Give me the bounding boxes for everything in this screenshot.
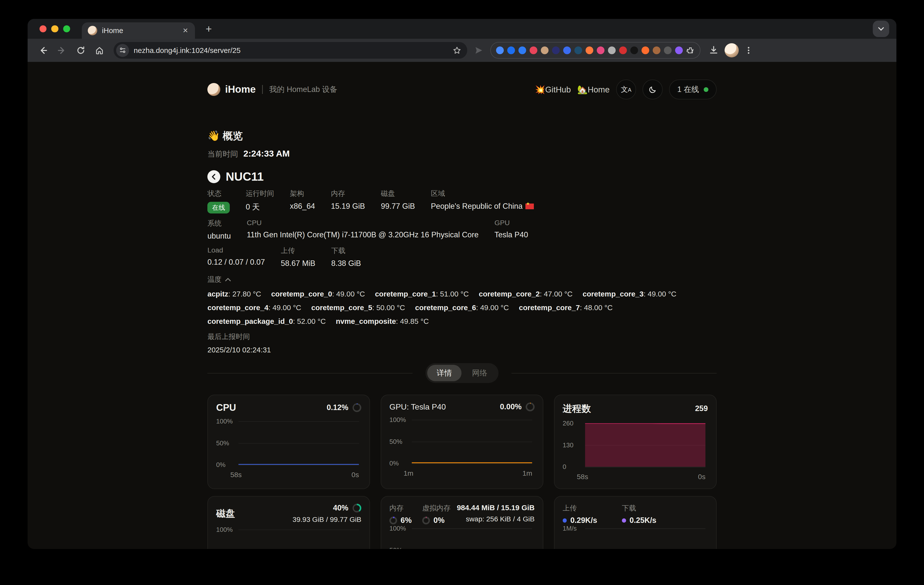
tab-close-icon[interactable]: × xyxy=(182,26,189,35)
site-name[interactable]: iHome xyxy=(225,84,256,95)
gpu-usage-value: 0.00% xyxy=(500,402,521,411)
home-button[interactable] xyxy=(91,42,108,58)
pinwheel-extension-icon[interactable] xyxy=(675,46,683,54)
back-button[interactable] xyxy=(35,42,51,58)
traffic-light[interactable] xyxy=(51,25,58,32)
doc-lock-extension-icon[interactable] xyxy=(563,46,571,54)
region-value: People's Republic of China xyxy=(431,202,523,211)
site-settings-button[interactable] xyxy=(116,44,129,57)
y-tick: 50% xyxy=(389,547,402,549)
field-label: 下载 xyxy=(331,246,361,255)
memory-label: 内存 xyxy=(389,504,412,513)
server-details-row-1: 状态在线 运行时间0 天 架构x86_64 内存15.19 GiB 磁盘99.7… xyxy=(207,189,717,213)
new-tab-button[interactable]: + xyxy=(202,23,215,35)
disk-usage-detail: 39.93 GiB / 99.77 GiB xyxy=(293,516,361,524)
y-tick: 100% xyxy=(389,416,406,424)
download-rate: 0.25K/s xyxy=(630,516,657,525)
back-to-list-button[interactable] xyxy=(207,170,220,183)
cn-flag-icon xyxy=(525,204,534,209)
bookmark-extension-icon[interactable] xyxy=(664,46,672,54)
lighthouse-extension-icon[interactable] xyxy=(642,46,649,54)
processes-value: 259 xyxy=(695,404,708,413)
home-link[interactable]: 🏡Home xyxy=(578,85,610,94)
github-link[interactable]: 💥GitHub xyxy=(535,85,571,94)
site-logo-avatar[interactable] xyxy=(207,83,220,96)
temperature-label: 温度 xyxy=(207,275,221,284)
memory-card: 内存 6% 虚拟内存 0% 984.44 MiB / 15.19 GiB swa… xyxy=(381,496,543,549)
disk-card-title: 磁盘 xyxy=(216,507,235,520)
pin-extension-icon[interactable] xyxy=(496,46,504,54)
y-tick: 260 xyxy=(563,419,573,427)
field-label: 状态 xyxy=(207,189,230,198)
tab-detail[interactable]: 详情 xyxy=(427,365,461,381)
temp-reading: coretemp_core_6: 49.00 °C xyxy=(415,303,509,312)
download-label: 下载 xyxy=(622,504,657,513)
y-tick: 100% xyxy=(216,417,233,425)
temperature-toggle[interactable]: 温度 xyxy=(207,275,717,284)
tab-search-button[interactable] xyxy=(873,21,889,37)
extensions-puzzle-icon[interactable] xyxy=(686,46,695,54)
y-tick: 50% xyxy=(216,547,229,549)
field-label: CPU xyxy=(247,219,478,227)
profile-avatar[interactable] xyxy=(724,43,739,58)
blue-bird-extension-icon[interactable] xyxy=(518,46,526,54)
url-text[interactable]: nezha.dong4j.ink:1024/server/25 xyxy=(134,46,448,55)
network-chart xyxy=(585,528,705,549)
disk-usage-pct: 40% xyxy=(333,504,348,512)
share-arrow-icon[interactable] xyxy=(474,46,483,55)
memory-chart xyxy=(412,528,532,549)
field-label: 运行时间 xyxy=(246,189,274,198)
tab-network[interactable]: 网络 xyxy=(462,365,497,381)
bookmark-star-icon[interactable] xyxy=(452,46,462,55)
kebab-menu-icon[interactable] xyxy=(744,46,753,54)
forward-button[interactable] xyxy=(54,42,70,58)
monkey-extension-icon[interactable] xyxy=(541,46,549,54)
temp-reading: coretemp_package_id_0: 52.00 °C xyxy=(207,317,326,326)
cookie-extension-icon[interactable] xyxy=(653,46,660,54)
blue-s-extension-icon[interactable] xyxy=(507,46,515,54)
x-tick: 0s xyxy=(698,473,705,481)
language-button[interactable]: 文A xyxy=(616,79,636,100)
browser-tab[interactable]: iHome × xyxy=(82,22,195,39)
red-list-extension-icon[interactable] xyxy=(619,46,627,54)
status-badge: 在线 xyxy=(207,202,230,213)
temperature-readings: acpitz: 27.80 °Ccoretemp_core_0: 49.00 °… xyxy=(207,290,691,326)
traffic-light[interactable] xyxy=(63,25,70,32)
last-report-label: 最后上报时间 xyxy=(207,332,717,341)
field-label: 区域 xyxy=(431,189,534,198)
page-content: iHome 我的 HomeLab 设备 💥GitHub 🏡Home 文A 1 在… xyxy=(28,62,896,549)
field-value: 0.12 / 0.07 / 0.07 xyxy=(207,258,265,267)
current-time-value: 2:24:33 AM xyxy=(243,148,290,159)
forward-arrow-icon xyxy=(57,46,67,55)
site-header: iHome 我的 HomeLab 设备 💥GitHub 🏡Home 文A 1 在… xyxy=(207,79,717,100)
teal-flag-extension-icon[interactable] xyxy=(574,46,582,54)
field-label: 内存 xyxy=(331,189,365,198)
traffic-light[interactable] xyxy=(40,25,46,32)
window-controls[interactable] xyxy=(40,25,70,32)
url-bar[interactable]: nezha.dong4j.ink:1024/server/25 xyxy=(114,42,467,58)
chevron-up-icon xyxy=(225,278,231,282)
field-label: 磁盘 xyxy=(381,189,415,198)
online-status-pill[interactable]: 1 在线 xyxy=(669,79,717,100)
field-label: 上传 xyxy=(281,246,315,255)
chevron-down-icon xyxy=(878,25,884,32)
navy-k-extension-icon[interactable] xyxy=(552,46,560,54)
current-time-label: 当前时间 xyxy=(207,149,238,159)
disk-gauge-ring xyxy=(353,504,361,512)
cpu-card: CPU 0.12% 100% 50% 0% 58s0s xyxy=(207,395,370,489)
x-tick: 1m xyxy=(522,469,532,477)
theme-toggle-button[interactable] xyxy=(642,79,663,100)
download-icon[interactable] xyxy=(709,45,719,55)
flame-extension-icon[interactable] xyxy=(586,46,593,54)
server-name: NUC11 xyxy=(226,170,264,183)
y-tick: 100% xyxy=(389,525,406,532)
translate-extension-icon[interactable] xyxy=(597,46,604,54)
reload-button[interactable] xyxy=(73,42,89,58)
memory-usage-detail: 984.44 MiB / 15.19 GiB xyxy=(457,504,535,512)
pocket-extension-icon[interactable] xyxy=(530,46,537,54)
gridline xyxy=(585,467,705,467)
cpu-gauge-ring xyxy=(353,403,361,412)
black-box-extension-icon[interactable] xyxy=(630,46,638,54)
sphere-extension-icon[interactable] xyxy=(608,46,615,54)
translate-icon: 文A xyxy=(621,85,632,94)
